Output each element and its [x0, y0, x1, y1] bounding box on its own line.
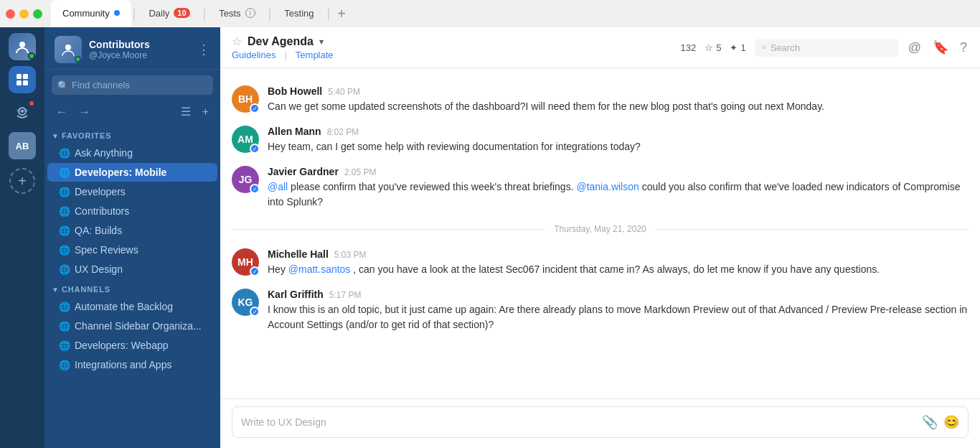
search-icon [762, 42, 766, 52]
channels-section-header[interactable]: ▼ CHANNELS [44, 279, 220, 297]
sidebar-item-developers-mobile[interactable]: 🌐 Developers: Mobile [47, 163, 217, 182]
channel-title-row: ☆ Dev Agenda ▾ [232, 34, 672, 48]
chat-area: ☆ Dev Agenda ▾ Guidelines | Template 132… [220, 27, 980, 448]
channel-label: Developers: Mobile [75, 167, 166, 178]
sidebar-item-qa-builds[interactable]: 🌐 QA: Builds [47, 221, 217, 240]
star-icon[interactable]: ☆ [232, 34, 242, 48]
channel-label: Developers: Webapp [75, 340, 168, 351]
sidebar-item-integrations-apps[interactable]: 🌐 Integrations and Apps [47, 355, 217, 374]
nav-filter-button[interactable]: ☰ [176, 102, 195, 121]
mention-all[interactable]: @all [268, 181, 288, 192]
tab-tests[interactable]: Tests i [207, 0, 266, 27]
nav-back-button[interactable]: ← [52, 103, 72, 121]
verified-icon: ✓ [250, 103, 260, 113]
verified-icon: ✓ [250, 266, 260, 276]
message-time: 2:05 PM [344, 167, 377, 177]
channels-label: CHANNELS [62, 285, 110, 294]
tab-daily-badge: 10 [174, 8, 189, 18]
workspace-avatar[interactable] [55, 36, 82, 63]
maximize-button[interactable] [33, 9, 42, 19]
channel-chevron-icon[interactable]: ▾ [319, 37, 324, 47]
template-link[interactable]: Template [296, 50, 334, 60]
tab-community[interactable]: Community [51, 0, 131, 27]
nav-forward-button[interactable]: → [75, 103, 95, 121]
sidebar-item-automate-backlog[interactable]: 🌐 Automate the Backlog [47, 297, 217, 316]
attachment-icon[interactable]: 📎 [922, 414, 938, 430]
chat-header: ☆ Dev Agenda ▾ Guidelines | Template 132… [220, 27, 980, 68]
globe-icon: 🌐 [59, 321, 70, 332]
globe-icon: 🌐 [59, 302, 70, 312]
message-author: Allen Mann [268, 126, 321, 137]
rail-incognito-icon[interactable] [9, 99, 36, 126]
verified-icon: ✓ [250, 144, 260, 154]
help-button[interactable]: ? [958, 39, 969, 57]
globe-icon: 🌐 [59, 340, 70, 351]
message-header: Karl Griffith 5:17 PM [268, 289, 969, 300]
channel-label: Spec Reviews [75, 244, 138, 256]
message-time: 8:02 PM [327, 127, 359, 137]
tab-daily[interactable]: Daily 10 [137, 0, 201, 27]
sidebar-more-button[interactable]: ⋮ [197, 42, 210, 57]
workspace-info: Contributors @Joyce.Moore [55, 36, 150, 63]
sidebar-item-ux-design[interactable]: 🌐 UX Design [47, 260, 217, 279]
svg-point-8 [65, 45, 71, 50]
sidebar-item-channel-sidebar[interactable]: 🌐 Channel Sidebar Organiza... [47, 317, 217, 335]
favorites-section-header[interactable]: ▼ FAVORITES [44, 126, 220, 143]
sidebar-search-input[interactable] [52, 75, 213, 95]
nav-compose-button[interactable]: + [198, 103, 213, 121]
globe-icon: 🌐 [59, 206, 70, 217]
sidebar-nav: ← → ☰ + [44, 101, 220, 126]
sidebar-item-spec-reviews[interactable]: 🌐 Spec Reviews [47, 241, 217, 259]
date-line-right [655, 229, 969, 230]
verified-icon: ✓ [250, 307, 260, 317]
emoji-icon[interactable]: 😊 [943, 414, 959, 430]
message-text: Can we get some updated screenshots of t… [268, 99, 969, 114]
add-workspace-button[interactable]: + [9, 168, 35, 194]
avatar: AM ✓ [232, 126, 259, 153]
tab-testing-label: Testing [284, 8, 314, 19]
svg-rect-4 [23, 80, 28, 85]
unread-indicator [28, 100, 35, 107]
tab-testing[interactable]: Testing [273, 0, 325, 27]
chat-search-input[interactable] [771, 42, 891, 53]
workspace-online-dot [75, 56, 81, 62]
add-tab-button[interactable]: + [331, 6, 352, 22]
message-time: 5:03 PM [334, 250, 367, 260]
message-time: 5:17 PM [329, 290, 362, 300]
sidebar-item-developers[interactable]: 🌐 Developers [47, 182, 217, 201]
link-separator: | [284, 50, 286, 60]
message-header: Allen Mann 8:02 PM [268, 126, 969, 137]
svg-rect-1 [17, 74, 22, 79]
title-bar: Community | Daily 10 | Tests i | Testing… [0, 0, 980, 27]
bookmark-button[interactable]: 🔖 [931, 38, 950, 57]
at-mention-button[interactable]: @ [907, 39, 923, 57]
tab-separator-1: | [131, 6, 138, 22]
minimize-button[interactable] [19, 9, 29, 19]
sidebar-item-ask-anything[interactable]: 🌐 Ask Anything [47, 144, 217, 162]
globe-icon: 🌐 [59, 225, 70, 236]
rail-ab-avatar[interactable]: AB [9, 132, 36, 159]
channel-links: Guidelines | Template [232, 50, 672, 60]
reactions-icon: ☆ [705, 42, 713, 53]
svg-line-10 [765, 48, 765, 49]
close-button[interactable] [6, 9, 15, 19]
mention-matt-santos[interactable]: @matt.santos [288, 263, 351, 275]
tab-bar: Community | Daily 10 | Tests i | Testing… [51, 0, 974, 27]
rail-home-icon[interactable] [9, 66, 36, 93]
message-input[interactable] [241, 416, 916, 428]
tab-separator-4: | [326, 6, 332, 22]
sidebar-item-developers-webapp[interactable]: 🌐 Developers: Webapp [47, 336, 217, 355]
message-body: Karl Griffith 5:17 PM I know this is an … [268, 289, 969, 332]
message-text: Hey team, can I get some help with revie… [268, 139, 969, 154]
svg-point-9 [762, 46, 765, 49]
globe-icon: 🌐 [59, 167, 70, 178]
channel-title: Dev Agenda [248, 35, 314, 48]
mention-tania-wilson[interactable]: @tania.wilson [576, 181, 639, 192]
guidelines-link[interactable]: Guidelines [232, 50, 275, 60]
sidebar-item-contributors[interactable]: 🌐 Contributors [47, 202, 217, 220]
channel-label: Developers [75, 186, 126, 197]
avatar: JG ✓ [232, 166, 259, 193]
workspace-avatar-rail[interactable] [9, 33, 36, 60]
main-content: AB + Contributors @Joyc [0, 27, 980, 448]
tab-tests-label: Tests [219, 8, 240, 19]
